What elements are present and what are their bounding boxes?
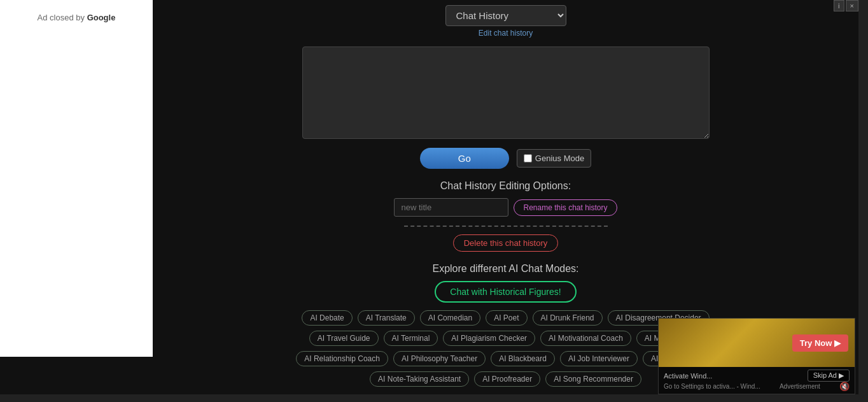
chips-container: AI DebateAI TranslateAI ComedianAI PoetA… <box>290 310 722 387</box>
ai-mode-chip[interactable]: AI Job Interviewer <box>560 351 638 366</box>
ai-mode-chip[interactable]: AI Comedian <box>420 310 480 326</box>
genius-mode-label[interactable]: Genius Mode <box>517 149 591 168</box>
go-row: Go Genius Mode <box>420 148 591 169</box>
ai-mode-chip[interactable]: AI Poet <box>486 310 527 326</box>
ai-mode-chip[interactable]: AI Debate <box>302 310 352 326</box>
try-now-button[interactable]: Try Now ▶ <box>792 334 848 352</box>
ad-info-button[interactable]: i <box>834 0 844 11</box>
top-right-ad-controls[interactable]: i × <box>834 0 858 11</box>
genius-mode-checkbox[interactable] <box>524 154 532 162</box>
ai-mode-chip[interactable]: AI Motivational Coach <box>540 331 631 346</box>
ai-mode-chip[interactable]: AI Song Recommender <box>545 371 641 387</box>
explore-title: Explore different AI Chat Modes: <box>432 263 578 275</box>
rename-row: Rename this chat history <box>394 198 617 217</box>
ai-mode-chip[interactable]: AI Travel Guide <box>309 331 379 346</box>
ai-mode-chip[interactable]: AI Plagiarism Checker <box>443 331 535 346</box>
go-button[interactable]: Go <box>420 148 509 169</box>
dashed-divider <box>404 226 608 227</box>
ad-bar-top: Activate Wind... Skip Ad ▶ <box>664 370 850 382</box>
ai-mode-chip[interactable]: AI Blackbeard <box>491 351 555 366</box>
ai-mode-chip[interactable]: AI Translate <box>358 310 415 326</box>
ai-mode-chip[interactable]: AI Philosophy Teacher <box>393 351 486 366</box>
skip-ad-button[interactable]: Skip Ad ▶ <box>808 370 850 382</box>
right-scrollbar <box>858 0 868 402</box>
ai-mode-chip[interactable]: AI Note-Taking Assistant <box>370 371 469 387</box>
activate-windows-text: Activate Wind... <box>664 372 712 380</box>
advertisement-label: Advertisement <box>780 383 820 390</box>
ai-mode-chip[interactable]: AI Drunk Friend <box>533 310 603 326</box>
left-ad-panel: Ad closed by Google <box>0 0 153 357</box>
ad-close-button[interactable]: × <box>846 0 858 11</box>
edit-chat-link[interactable]: Edit chat history <box>479 29 533 38</box>
rename-button[interactable]: Rename this chat history <box>514 199 617 216</box>
left-ad-text: Ad closed by Google <box>38 13 116 22</box>
bottom-scrollbar[interactable] <box>0 394 868 402</box>
editing-options-title: Chat History Editing Options: <box>440 180 571 192</box>
new-title-input[interactable] <box>394 198 508 217</box>
ad-video-area: Try Now ▶ <box>659 319 855 367</box>
chat-historical-button[interactable]: Chat with Historical Figures! <box>435 281 576 303</box>
bottom-right-ad: Try Now ▶ Activate Wind... Skip Ad ▶ Go … <box>658 318 855 394</box>
chat-textarea[interactable] <box>302 47 710 139</box>
activate-windows-sub: Go to Settings to activa... - Wind... <box>664 383 760 390</box>
ai-mode-chip[interactable]: AI Proofreader <box>474 371 540 387</box>
ai-mode-chip[interactable]: AI Relationship Coach <box>296 351 388 366</box>
ad-footer: Activate Wind... Skip Ad ▶ Go to Setting… <box>659 367 855 394</box>
ad-bar-bottom: Go to Settings to activa... - Wind... Ad… <box>664 382 850 391</box>
ai-mode-chip[interactable]: AI Terminal <box>384 331 438 346</box>
delete-button[interactable]: Delete this chat history <box>453 234 559 252</box>
genius-mode-text: Genius Mode <box>535 154 584 163</box>
chat-history-dropdown[interactable]: Chat History <box>445 5 566 26</box>
ad-mute-button[interactable]: 🔇 <box>839 382 850 391</box>
